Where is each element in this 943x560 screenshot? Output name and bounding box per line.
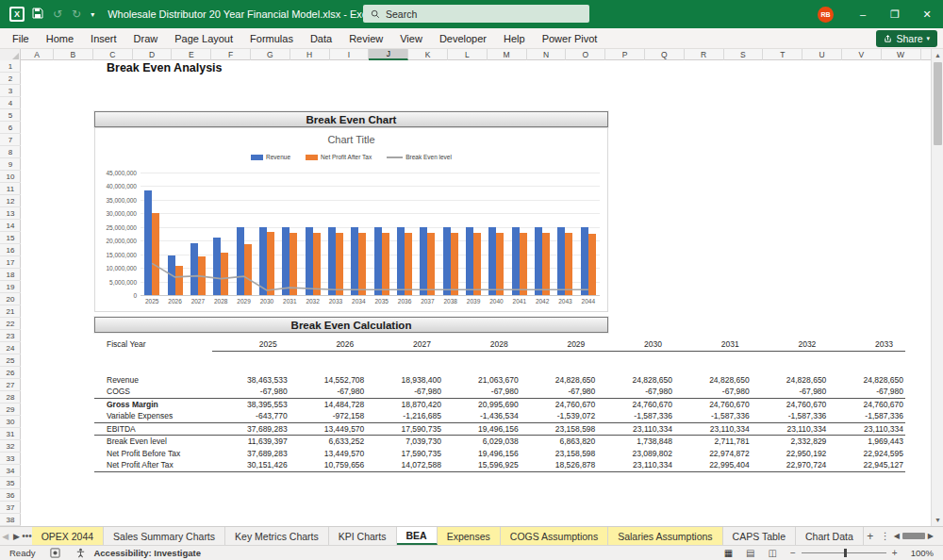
sheet-tab-opex-2044[interactable]: OPEX 2044 [32,527,104,545]
scroll-thumb[interactable] [934,62,942,145]
row-header-19[interactable]: 19 [0,281,21,293]
sheet-nav-prev-icon[interactable]: ◀ [0,527,11,545]
horizontal-scrollbar[interactable]: ◀ ▶ [894,532,934,540]
row-header-14[interactable]: 14 [0,220,21,232]
column-header-N[interactable]: N [527,49,567,60]
ribbon-tab-data[interactable]: Data [302,28,340,49]
column-header-F[interactable]: F [211,49,251,60]
row-header-36[interactable]: 36 [0,489,21,502]
row-header-33[interactable]: 33 [0,453,21,465]
ribbon-tab-review[interactable]: Review [340,28,391,49]
row-header-20[interactable]: 20 [0,293,21,305]
column-header-V[interactable]: V [842,49,882,60]
share-button[interactable]: Share ▾ [876,30,937,47]
row-header-37[interactable]: 37 [0,502,21,514]
row-header-35[interactable]: 35 [0,477,21,489]
column-header-O[interactable]: O [566,49,605,60]
column-header-T[interactable]: T [763,49,802,60]
vertical-scrollbar[interactable]: ▲ ▼ [931,49,943,526]
row-header-21[interactable]: 21 [0,305,21,318]
sheet-tab-sales-summary-charts[interactable]: Sales Summary Charts [104,527,225,545]
zoom-in-icon[interactable]: + [892,548,898,558]
minimize-button[interactable]: – [847,0,879,28]
column-header-C[interactable]: C [93,49,133,60]
row-header-11[interactable]: 11 [0,183,21,195]
page-break-view-icon[interactable]: ◫ [769,548,777,558]
hscroll-right-icon[interactable]: ▶ [928,532,934,540]
zoom-slider[interactable] [802,552,886,553]
row-header-23[interactable]: 23 [0,330,21,342]
row-header-34[interactable]: 34 [0,465,21,477]
row-header-13[interactable]: 13 [0,207,21,220]
row-header-24[interactable]: 24 [0,342,21,354]
sheet-tab-salaries-assumptions[interactable]: Salaries Assumptions [608,527,722,545]
sheet-tab-cogs-assumptions[interactable]: COGS Assumptions [501,527,608,545]
ribbon-tab-formulas[interactable]: Formulas [241,28,302,49]
close-button[interactable]: ✕ [911,0,943,28]
column-header-K[interactable]: K [408,49,448,60]
row-header-2[interactable]: 2 [0,73,21,85]
zoom-level[interactable]: 100% [911,548,934,558]
sheet-tab-kpi-charts[interactable]: KPI Charts [329,527,397,545]
row-header-7[interactable]: 7 [0,134,21,146]
row-header-15[interactable]: 15 [0,232,21,244]
row-header-28[interactable]: 28 [0,391,21,404]
select-all-corner[interactable] [0,49,21,60]
break-even-chart[interactable]: Chart Title RevenueNet Profit After TaxB… [94,127,608,312]
column-header-D[interactable]: D [133,49,173,60]
row-header-10[interactable]: 10 [0,171,21,183]
zoom-slider-thumb[interactable] [844,549,847,557]
row-header-17[interactable]: 17 [0,256,21,269]
column-header-U[interactable]: U [802,49,842,60]
redo-icon[interactable]: ↻ [72,8,81,21]
page-layout-view-icon[interactable]: ▤ [746,548,754,558]
row-header-32[interactable]: 32 [0,440,21,453]
worksheet-canvas[interactable]: Break Even Analysis Break Even Chart Cha… [22,60,920,526]
add-sheet-button[interactable]: + [864,527,877,545]
hscroll-thumb[interactable] [902,533,925,539]
search-input[interactable]: Search [363,5,589,23]
ribbon-tab-draw[interactable]: Draw [125,28,167,49]
column-header-W[interactable]: W [882,49,921,60]
column-header-A[interactable]: A [21,49,54,60]
sheet-nav-next-icon[interactable]: ▶ [11,527,23,545]
row-header-31[interactable]: 31 [0,428,21,440]
row-header-18[interactable]: 18 [0,269,21,281]
row-header-6[interactable]: 6 [0,122,21,134]
row-header-9[interactable]: 9 [0,158,21,171]
column-header-M[interactable]: M [488,49,527,60]
excel-app-icon[interactable] [9,7,25,22]
column-header-G[interactable]: G [251,49,290,60]
hscroll-left-icon[interactable]: ◀ [894,532,900,540]
row-header-8[interactable]: 8 [0,146,21,158]
row-header-30[interactable]: 30 [0,416,21,428]
column-header-J[interactable]: J [369,49,408,60]
zoom-out-icon[interactable]: − [790,548,796,558]
scroll-down-icon[interactable]: ▼ [932,514,943,526]
row-header-22[interactable]: 22 [0,318,21,330]
column-header-P[interactable]: P [605,49,645,60]
undo-icon[interactable]: ↺ [53,8,62,21]
column-header-I[interactable]: I [330,49,370,60]
macro-record-icon[interactable] [50,548,60,558]
row-header-38[interactable]: 38 [0,514,21,526]
ribbon-tab-insert[interactable]: Insert [82,28,125,49]
column-header-R[interactable]: R [685,49,724,60]
scroll-up-icon[interactable]: ▲ [932,49,943,61]
sheet-options-icon[interactable]: ⋮ [877,531,894,541]
accessibility-icon[interactable] [75,548,86,558]
save-icon[interactable] [32,8,43,22]
column-header-L[interactable]: L [448,49,488,60]
ribbon-tab-file[interactable]: File [4,28,38,49]
row-header-25[interactable]: 25 [0,354,21,367]
sheet-list-icon[interactable]: ••• [22,531,32,541]
column-header-S[interactable]: S [724,49,764,60]
normal-view-icon[interactable]: ▦ [724,548,733,558]
sheet-tab-key-metrics-charts[interactable]: Key Metrics Charts [225,527,329,545]
ribbon-tab-page-layout[interactable]: Page Layout [166,28,241,49]
row-header-1[interactable]: 1 [0,60,21,73]
column-header-Q[interactable]: Q [645,49,685,60]
row-header-16[interactable]: 16 [0,244,21,256]
row-header-29[interactable]: 29 [0,404,21,416]
sheet-tab-caps-table[interactable]: CAPS Table [723,527,796,545]
